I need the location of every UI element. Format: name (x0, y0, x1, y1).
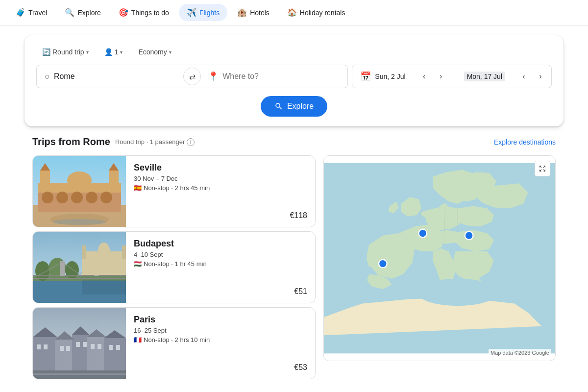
nav-item-hotels[interactable]: 🏨 Hotels (229, 4, 277, 21)
departure-date-prev[interactable]: ‹ (416, 69, 432, 84)
nav-label-flights: Flights (199, 9, 220, 17)
map-expand-button[interactable] (535, 161, 550, 176)
search-fields: ○ ⇄ 📍 📅 Sun, 2 Jul ‹ › Mon, 17 Jul (36, 65, 552, 88)
departure-date-next[interactable]: › (433, 69, 449, 84)
svg-rect-55 (109, 345, 113, 350)
trip-type-chevron: ▾ (86, 49, 89, 55)
travel-icon: 🧳 (16, 8, 25, 17)
svg-rect-58 (33, 373, 126, 375)
trip-info-seville: Seville 30 Nov – 7 Dec 🇪🇸 Non-stop · 2 h… (126, 156, 315, 227)
nav-item-explore[interactable]: 🔍 Explore (57, 4, 108, 21)
nav-item-travel[interactable]: 🧳 Travel (8, 4, 55, 21)
nav-item-things-to-do[interactable]: 🎯 Things to do (111, 4, 177, 21)
info-icon[interactable]: i (187, 138, 195, 146)
trip-image-seville (33, 156, 126, 227)
cabin-class-chevron: ▾ (169, 49, 172, 55)
passengers-button[interactable]: 👤 1 ▾ (98, 45, 129, 59)
svg-rect-10 (109, 171, 119, 190)
search-icon (274, 102, 283, 111)
flights-icon: ✈️ (187, 8, 196, 17)
trip-price-seville: €118 (134, 211, 307, 220)
seville-flight-info: Non-stop · 2 hrs 45 min (144, 184, 210, 192)
svg-rect-53 (91, 344, 95, 349)
trip-city-paris: Paris (134, 315, 307, 325)
trip-card-paris[interactable]: Paris 16–25 Sept 🇫🇷 Non-stop · 2 hrs 10 … (32, 307, 316, 379)
svg-rect-47 (37, 344, 41, 349)
top-navigation: 🧳 Travel 🔍 Explore 🎯 Things to do ✈️ Fli… (0, 0, 588, 25)
origin-field[interactable]: ○ (37, 66, 184, 88)
trips-title: Trips from Rome (32, 136, 110, 147)
budapest-flight-info: Non-stop · 1 hr 45 min (144, 260, 207, 268)
trip-image-budapest (33, 232, 126, 303)
svg-point-15 (52, 219, 106, 225)
passengers-chevron: ▾ (120, 49, 122, 55)
date-divider (454, 67, 454, 86)
destination-input[interactable] (222, 72, 340, 81)
trip-card-budapest[interactable]: Budapest 4–10 Sept 🇭🇺 Non-stop · 1 hr 45… (32, 231, 316, 303)
return-date-field[interactable]: Mon, 17 Jul (456, 66, 513, 87)
trip-flight-budapest: 🇭🇺 Non-stop · 1 hr 45 min (134, 260, 307, 268)
nav-item-flights[interactable]: ✈️ Flights (179, 4, 227, 21)
paris-image-svg (33, 308, 126, 379)
origin-icon: ○ (45, 72, 50, 82)
things-to-do-icon: 🎯 (119, 8, 128, 17)
nav-label-holiday-rentals: Holiday rentals (300, 9, 345, 17)
destination-field[interactable]: 📍 (200, 65, 347, 88)
paris-flight-info: Non-stop · 2 hrs 10 min (144, 336, 210, 343)
svg-point-4 (42, 192, 53, 203)
svg-rect-50 (66, 346, 70, 351)
two-column-layout: Seville 30 Nov – 7 Dec 🇪🇸 Non-stop · 2 h… (32, 155, 556, 379)
trip-city-budapest: Budapest (134, 239, 307, 249)
passengers-label: 1 (115, 48, 119, 56)
svg-rect-35 (82, 280, 126, 294)
departure-date-field[interactable]: 📅 Sun, 2 Jul (352, 65, 413, 88)
expand-icon (539, 165, 546, 172)
nav-item-holiday-rentals[interactable]: 🏠 Holiday rentals (279, 4, 353, 21)
trip-type-button[interactable]: 🔄 Round trip ▾ (36, 45, 95, 59)
explore-icon: 🔍 (65, 8, 74, 17)
trip-info-paris: Paris 16–25 Sept 🇫🇷 Non-stop · 2 hrs 10 … (126, 308, 315, 379)
return-date-label: Mon, 17 Jul (464, 72, 505, 81)
trip-card-seville[interactable]: Seville 30 Nov – 7 Dec 🇪🇸 Non-stop · 2 h… (32, 155, 316, 227)
map-dot-paris (418, 229, 427, 238)
return-date-nav: ‹ › (513, 69, 551, 84)
trip-image-paris (33, 308, 126, 379)
svg-point-80 (417, 279, 499, 306)
budapest-flag: 🇭🇺 (134, 260, 142, 268)
seville-image-svg (33, 156, 126, 227)
origin-input[interactable] (54, 72, 176, 81)
svg-rect-56 (116, 345, 120, 350)
return-date-prev[interactable]: ‹ (516, 69, 532, 84)
departure-date-nav: ‹ › (414, 69, 452, 84)
return-date-next[interactable]: › (533, 69, 548, 84)
map-dot-seville (379, 260, 387, 268)
svg-rect-54 (98, 344, 101, 349)
origin-destination-group: ○ ⇄ 📍 (36, 65, 348, 88)
explore-button[interactable]: Explore (261, 96, 327, 117)
hotels-icon: 🏨 (237, 8, 247, 17)
map-dot-budapest (465, 231, 473, 240)
nav-label-things-to-do: Things to do (131, 9, 169, 17)
svg-point-6 (71, 192, 83, 203)
cabin-class-button[interactable]: Economy ▾ (132, 45, 177, 59)
nav-label-hotels: Hotels (250, 9, 270, 17)
svg-point-5 (56, 192, 68, 203)
cabin-class-label: Economy (138, 48, 167, 56)
explore-destinations-link[interactable]: Explore destinations (494, 138, 556, 146)
trip-type-label: Round trip (52, 48, 84, 56)
svg-point-32 (98, 243, 110, 258)
seville-flag: 🇪🇸 (134, 184, 142, 192)
trip-dates-budapest: 4–10 Sept (134, 251, 307, 258)
svg-rect-34 (122, 245, 126, 259)
map-container[interactable]: Map data ©2023 Google (323, 155, 556, 361)
map-credit: Map data ©2023 Google (489, 349, 551, 357)
svg-rect-48 (44, 344, 48, 349)
nav-label-explore: Explore (77, 9, 100, 17)
trips-title-wrap: Trips from Rome Round trip · 1 passenger… (32, 136, 195, 147)
svg-rect-51 (76, 342, 80, 347)
svg-rect-33 (82, 245, 86, 259)
search-options: 🔄 Round trip ▾ 👤 1 ▾ Economy ▾ (36, 45, 552, 59)
trips-subtitle-text: Round trip · 1 passenger (115, 138, 185, 146)
svg-rect-49 (60, 346, 64, 351)
swap-button[interactable]: ⇄ (183, 68, 201, 85)
